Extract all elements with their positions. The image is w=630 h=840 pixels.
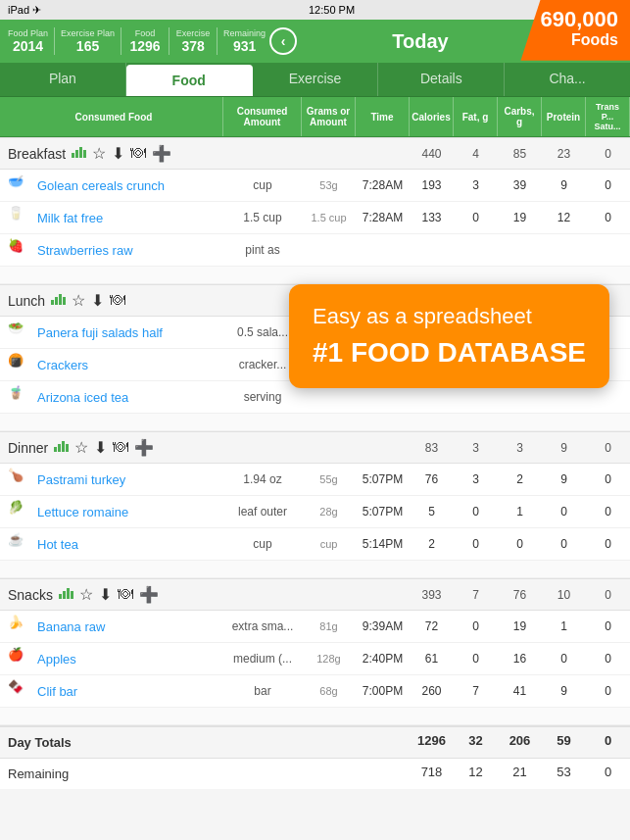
strawberries-fat [454, 248, 498, 252]
pastrami-icon: 🍗 [8, 468, 31, 491]
food-name-milk: 🥛 Milk fat free [0, 202, 223, 233]
table-row[interactable]: ☕ Hot tea cup cup 5:14PM 2 0 0 0 0 [0, 528, 630, 561]
back-button[interactable]: ‹ [269, 27, 297, 55]
hot-tea-trans: 0 [586, 535, 630, 553]
lettuce-icon: 🥬 [8, 500, 31, 523]
col-time: Time [356, 97, 410, 136]
day-totals-fat: 32 [454, 733, 498, 752]
golean-trans: 0 [586, 176, 630, 194]
food-name-lettuce: 🥬 Lettuce romaine [0, 496, 223, 527]
day-totals-label: Day Totals [0, 733, 223, 752]
pastrami-protein: 9 [542, 470, 586, 488]
add-food-icon[interactable]: 🍽 [130, 144, 146, 163]
strawberries-amount: pint as [223, 241, 302, 259]
table-row[interactable]: 🥛 Milk fat free 1.5 cup 1.5 cup 7:28AM 1… [0, 202, 630, 234]
lettuce-calories: 5 [410, 503, 454, 520]
clif-bar-icon: 🍫 [8, 679, 31, 703]
table-row[interactable]: 🍓 Strawberries raw pint as [0, 234, 630, 267]
apples-amount: medium (... [223, 650, 302, 667]
lettuce-fat: 0 [454, 503, 498, 520]
bar-chart-icon-dinner [54, 438, 69, 452]
remaining-protein: 53 [542, 765, 586, 783]
section-breakfast: Breakfast ☆ ⬇ 🍽 ➕ 440 4 85 23 0 [0, 137, 630, 170]
stat-exercise: Exercise 378 [175, 28, 211, 54]
milk-calories: 133 [410, 209, 454, 226]
tooltip-line2: #1 FOOD DATABASE [313, 337, 586, 369]
arizona-grams [302, 395, 356, 399]
download-icon[interactable]: ⬇ [112, 144, 124, 163]
strawberries-calories [410, 248, 454, 252]
golean-amount: cup [223, 176, 302, 194]
golean-fat: 3 [454, 176, 498, 194]
stat-food: Food 1296 [127, 28, 163, 54]
pastrami-carbs: 2 [498, 470, 542, 488]
strawberries-carbs [498, 248, 542, 252]
stat-food-plan: Food Plan 2014 [8, 28, 48, 54]
arizona-time [356, 395, 410, 399]
star-icon-dinner[interactable]: ☆ [74, 438, 88, 457]
pastrami-amount: 1.94 oz [223, 470, 302, 488]
tab-details[interactable]: Details [378, 63, 505, 96]
lettuce-time: 5:07PM [356, 503, 410, 520]
breakfast-calories: 440 [410, 147, 454, 161]
tab-food[interactable]: Food [126, 65, 253, 96]
download-icon-dinner[interactable]: ⬇ [94, 438, 107, 457]
add-icon-snacks[interactable]: ➕ [139, 585, 159, 604]
clif-bar-fat: 7 [454, 682, 498, 700]
strawberry-icon: 🍓 [8, 238, 31, 262]
add-food-icon-snacks[interactable]: 🍽 [118, 585, 133, 604]
bar-chart-icon-lunch [51, 291, 66, 305]
apple-icon: 🍎 [8, 647, 31, 670]
milk-icon: 🥛 [8, 206, 31, 229]
stat-exercise-plan: Exercise Plan 165 [61, 28, 115, 54]
remaining-calories: 718 [410, 765, 454, 783]
tab-charts[interactable]: Cha... [505, 63, 630, 96]
table-row[interactable]: 🍎 Apples medium (... 128g 2:40PM 61 0 16… [0, 643, 630, 675]
download-icon-lunch[interactable]: ⬇ [91, 291, 104, 310]
col-grams: Grams or Amount [302, 97, 356, 136]
apples-protein: 0 [542, 650, 586, 667]
clif-bar-calories: 260 [410, 682, 454, 700]
col-trans-satu: Trans P... Satu... [586, 97, 630, 136]
clif-bar-carbs: 41 [498, 682, 542, 700]
tab-exercise[interactable]: Exercise [253, 63, 379, 96]
add-icon[interactable]: ➕ [152, 144, 171, 163]
pastrami-fat: 3 [454, 470, 498, 488]
remaining-time [356, 765, 410, 783]
hot-tea-amount: cup [223, 535, 302, 553]
star-icon-snacks[interactable]: ☆ [79, 585, 93, 604]
food-name-hot-tea: ☕ Hot tea [0, 528, 223, 560]
tooltip-line1: Easy as a spreadsheet [313, 304, 586, 329]
table-row[interactable]: 🍌 Banana raw extra sma... 81g 9:39AM 72 … [0, 611, 630, 643]
download-icon-snacks[interactable]: ⬇ [99, 585, 112, 604]
column-headers: Consumed Food Consumed Amount Grams or A… [0, 97, 630, 137]
arizona-calories [410, 395, 454, 399]
table-row[interactable]: 🥣 Golean cereals crunch cup 53g 7:28AM 1… [0, 170, 630, 202]
stat-food-value: 1296 [129, 38, 160, 54]
banana-protein: 1 [542, 618, 586, 635]
breakfast-action-icons: ☆ ⬇ 🍽 ➕ [72, 144, 171, 163]
star-icon-lunch[interactable]: ☆ [72, 291, 85, 310]
table-row[interactable]: 🍫 Clif bar bar 68g 7:00PM 260 7 41 9 0 [0, 675, 630, 708]
banana-calories: 72 [410, 618, 454, 635]
add-food-icon-dinner[interactable]: 🍽 [113, 438, 128, 457]
apples-carbs: 16 [498, 650, 542, 667]
lettuce-protein: 0 [542, 503, 586, 520]
add-icon-dinner[interactable]: ➕ [134, 438, 154, 457]
table-row[interactable]: 🍗 Pastrami turkey 1.94 oz 55g 5:07PM 76 … [0, 464, 630, 496]
golean-protein: 9 [542, 176, 586, 194]
table-row[interactable]: 🥬 Lettuce romaine leaf outer 28g 5:07PM … [0, 496, 630, 528]
clif-bar-time: 7:00PM [356, 682, 410, 700]
dinner-fat: 3 [454, 441, 498, 455]
dinner-action-icons: ☆ ⬇ 🍽 ➕ [54, 438, 154, 457]
food-name-banana: 🍌 Banana raw [0, 611, 223, 642]
stat-remaining: Remaining 931 [223, 28, 266, 54]
stat-exercise-label: Exercise [176, 28, 211, 38]
milk-grams: 1.5 cup [302, 210, 356, 225]
star-icon[interactable]: ☆ [92, 144, 106, 163]
bar-chart-icon [72, 144, 86, 158]
breakfast-fat: 4 [454, 147, 498, 161]
milk-carbs: 19 [498, 209, 542, 226]
tab-plan[interactable]: Plan [0, 63, 126, 96]
add-food-icon-lunch[interactable]: 🍽 [110, 291, 125, 310]
